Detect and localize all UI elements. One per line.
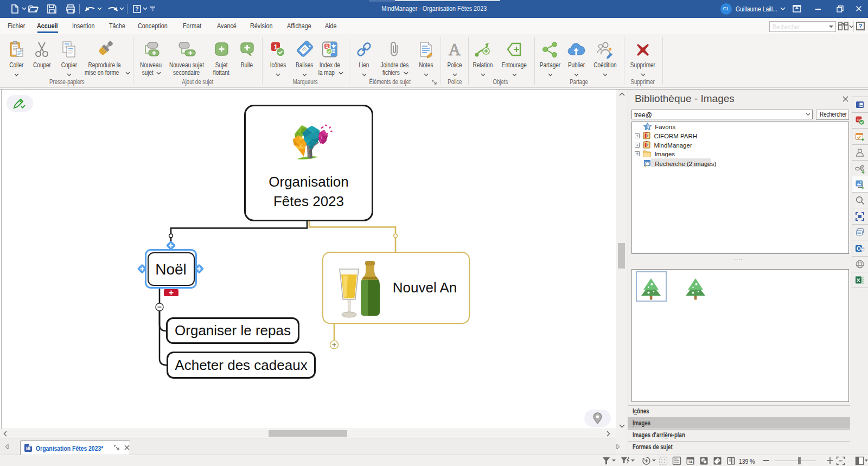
svg-text:24: 24 <box>688 460 693 464</box>
svg-text:1: 1 <box>326 43 328 49</box>
svg-text:O: O <box>857 245 861 252</box>
